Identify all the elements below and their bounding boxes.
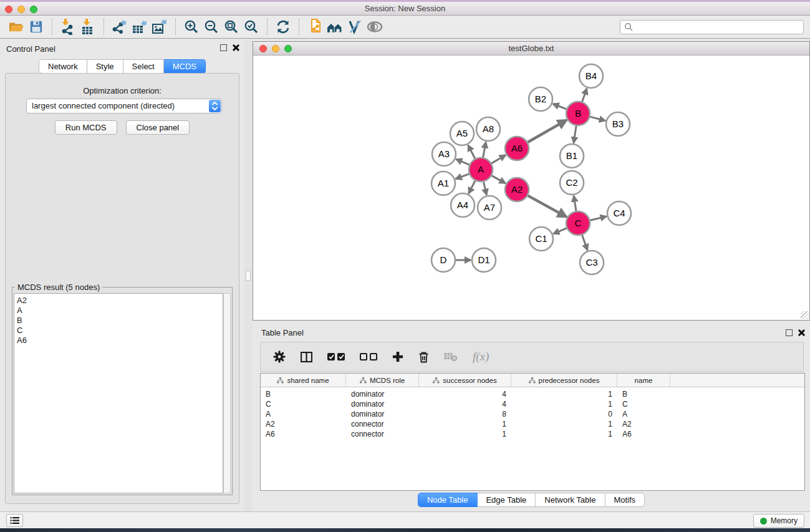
table-cell[interactable]: dominator [346,390,419,399]
table-cell[interactable]: 1 [511,430,617,438]
memory-button[interactable]: Memory [753,514,804,528]
edge-A-A7[interactable] [483,181,486,195]
hide-graphics-icon[interactable] [345,17,365,36]
edge-A-A1[interactable] [456,174,470,179]
float-panel-icon[interactable] [220,44,227,51]
edge-A2-C[interactable] [528,196,567,217]
table-cell[interactable]: 1 [511,400,617,409]
deselect-all-rows-icon[interactable] [360,353,377,360]
criterion-dropdown[interactable]: largest connected component (directed) [26,99,222,114]
float-table-panel-icon[interactable] [786,329,793,336]
edge-C-C3[interactable] [582,235,587,250]
tab-edge-table[interactable]: Edge Table [477,493,536,507]
edge-B-B3[interactable] [590,117,605,120]
search-box[interactable] [620,20,804,34]
table-row[interactable]: A6connector11A6 [261,429,804,439]
table-options-gear-icon[interactable] [273,351,286,363]
zoom-in-icon[interactable] [181,17,201,36]
edge-B-B1[interactable] [574,126,576,143]
refresh-icon[interactable] [273,17,293,36]
duplicate-network-icon[interactable] [305,17,325,36]
table-cell[interactable]: dominator [346,400,419,409]
tab-mcds[interactable]: MCDS [164,59,206,74]
close-panel-icon[interactable] [232,44,239,51]
edge-A-A5[interactable] [468,145,475,159]
network-canvas[interactable]: B4B2BB3A8A5A6A3B1AA1C2A2A4A7C4CC1C3DD1 [253,56,809,321]
tab-select[interactable]: Select [123,59,164,74]
first-neighbors-icon[interactable] [325,17,345,36]
result-list-item[interactable]: A [17,306,220,316]
table-row[interactable]: Bdominator41B [261,389,804,399]
divider-handle-icon[interactable] [246,271,251,281]
edge-B-B2[interactable] [553,104,567,109]
show-columns-icon[interactable] [301,352,312,362]
export-table-icon[interactable] [130,17,150,36]
table-cell[interactable]: B [261,390,346,399]
zoom-selected-icon[interactable] [241,17,261,36]
table-cell[interactable]: 1 [511,420,617,428]
edge-B-B4[interactable] [582,89,587,102]
run-mcds-button[interactable]: Run MCDS [55,120,117,135]
table-cell[interactable]: connector [346,430,419,438]
table-cell[interactable]: C [261,400,346,409]
edge-C-C4[interactable] [590,216,606,220]
table-cell[interactable]: C [617,400,670,409]
add-column-icon[interactable] [392,351,403,362]
panel-list-button[interactable] [6,514,23,527]
table-cell[interactable]: A [261,410,346,418]
import-table-icon[interactable] [78,17,98,36]
open-session-icon[interactable] [6,17,26,36]
delete-table-icon[interactable] [444,352,458,362]
edge-A-A3[interactable] [456,159,469,165]
table-row[interactable]: Adominator80A [261,409,804,419]
table-cell[interactable]: connector [346,420,419,428]
close-network-window-button[interactable] [259,45,267,52]
tab-network[interactable]: Network [39,59,87,74]
delete-column-icon[interactable] [418,351,429,363]
result-list-scrollbar[interactable] [223,293,231,493]
table-cell[interactable]: 4 [419,400,511,409]
zoom-out-icon[interactable] [201,17,221,36]
save-session-icon[interactable] [26,17,46,36]
maximize-window-button[interactable] [30,6,37,13]
edge-C-C1[interactable] [553,228,566,234]
column-header-predecessor-nodes[interactable]: predecessor nodes [511,374,617,387]
table-cell[interactable]: 4 [419,390,511,399]
table-cell[interactable]: A2 [617,420,670,428]
result-list-item[interactable]: A6 [17,336,220,346]
maximize-network-window-button[interactable] [284,45,292,52]
window-resize-grip-icon[interactable] [801,311,809,319]
tab-style[interactable]: Style [87,59,123,74]
close-table-panel-icon[interactable] [798,329,805,336]
edge-C-C2[interactable] [574,196,576,211]
table-cell[interactable]: 1 [511,390,617,399]
export-image-icon[interactable] [150,17,170,36]
table-cell[interactable]: 8 [419,410,511,418]
edge-A-A6[interactable] [491,155,506,163]
select-all-rows-icon[interactable] [327,353,345,360]
table-cell[interactable]: A6 [617,430,670,438]
table-cell[interactable]: B [617,390,670,399]
table-row[interactable]: Cdominator41C [261,399,804,409]
edge-A-A2[interactable] [492,176,506,183]
minimize-window-button[interactable] [17,6,25,13]
column-header-MCDS-role[interactable]: MCDS role [346,374,419,387]
close-panel-button[interactable]: Close panel [126,120,190,135]
show-graphics-eye-icon[interactable] [365,17,385,36]
panel-divider[interactable] [244,39,253,511]
table-row[interactable]: A2connector11A2 [261,419,804,429]
table-cell[interactable]: 0 [511,410,617,418]
minimize-network-window-button[interactable] [272,45,279,52]
table-cell[interactable]: A [617,410,670,418]
edge-A6-B[interactable] [528,120,566,142]
table-cell[interactable]: dominator [346,410,419,418]
zoom-fit-icon[interactable] [221,17,241,36]
tab-motifs[interactable]: Motifs [605,493,645,507]
tab-node-table[interactable]: Node Table [418,493,478,507]
column-header-name[interactable]: name [617,374,670,387]
import-network-icon[interactable] [58,17,78,36]
export-network-icon[interactable] [110,17,130,36]
search-input[interactable] [633,22,799,31]
result-list-item[interactable]: A2 [17,296,220,306]
close-window-button[interactable] [5,6,12,13]
